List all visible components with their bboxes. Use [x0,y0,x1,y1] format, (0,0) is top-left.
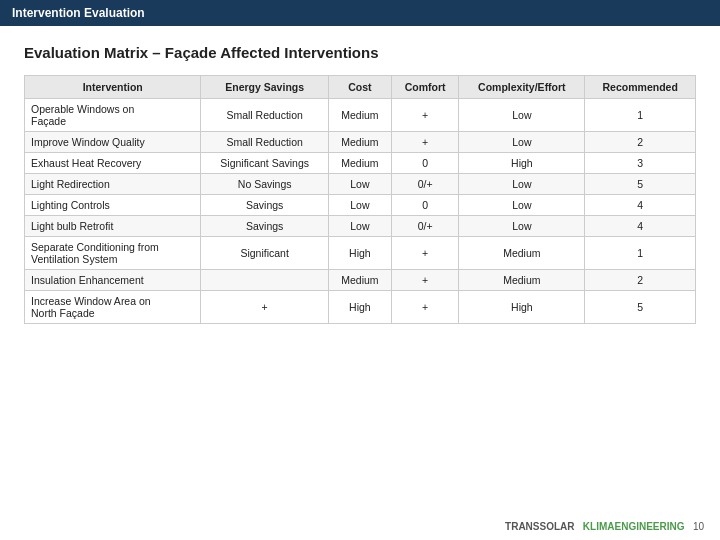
col-intervention: Intervention [25,76,201,99]
table-header-row: Intervention Energy Savings Cost Comfort… [25,76,696,99]
cell-recommended: 4 [585,216,696,237]
col-complexity: Complexity/Effort [459,76,585,99]
cell-recommended: 1 [585,237,696,270]
cell-energy_savings: Savings [201,195,328,216]
cell-comfort: 0 [391,153,458,174]
table-row: Insulation EnhancementMedium+Medium2 [25,270,696,291]
cell-energy_savings: + [201,291,328,324]
cell-complexity: Low [459,99,585,132]
table-row: Operable Windows onFaçadeSmall Reduction… [25,99,696,132]
col-recommended: Recommended [585,76,696,99]
header-title: Intervention Evaluation [12,6,145,20]
table-row: Separate Conditioning fromVentilation Sy… [25,237,696,270]
cell-complexity: Medium [459,237,585,270]
col-comfort: Comfort [391,76,458,99]
cell-comfort: 0 [391,195,458,216]
cell-cost: Low [328,216,391,237]
cell-recommended: 5 [585,291,696,324]
cell-intervention: Light bulb Retrofit [25,216,201,237]
page-header: Intervention Evaluation [0,0,720,26]
cell-complexity: Low [459,216,585,237]
cell-complexity: Medium [459,270,585,291]
evaluation-matrix-table: Intervention Energy Savings Cost Comfort… [24,75,696,324]
cell-comfort: + [391,132,458,153]
cell-complexity: High [459,291,585,324]
cell-comfort: + [391,99,458,132]
table-row: Light RedirectionNo SavingsLow0/+Low5 [25,174,696,195]
cell-recommended: 2 [585,132,696,153]
table-row: Lighting ControlsSavingsLow0Low4 [25,195,696,216]
cell-recommended: 3 [585,153,696,174]
cell-recommended: 2 [585,270,696,291]
col-cost: Cost [328,76,391,99]
cell-comfort: 0/+ [391,174,458,195]
cell-comfort: + [391,291,458,324]
cell-comfort: + [391,237,458,270]
cell-complexity: High [459,153,585,174]
cell-intervention: Increase Window Area onNorth Façade [25,291,201,324]
cell-energy_savings: Small Reduction [201,99,328,132]
cell-cost: High [328,291,391,324]
cell-cost: Low [328,174,391,195]
brand-klima: KLIMAENGINEERING [583,521,685,532]
cell-cost: Medium [328,132,391,153]
cell-cost: High [328,237,391,270]
table-row: Exhaust Heat RecoverySignificant Savings… [25,153,696,174]
cell-intervention: Insulation Enhancement [25,270,201,291]
brand-transsolar: TRANSSOLAR [505,521,574,532]
page-number: 10 [693,521,704,532]
cell-intervention: Exhaust Heat Recovery [25,153,201,174]
table-row: Light bulb RetrofitSavingsLow0/+Low4 [25,216,696,237]
cell-intervention: Improve Window Quality [25,132,201,153]
cell-complexity: Low [459,195,585,216]
cell-cost: Medium [328,99,391,132]
cell-complexity: Low [459,132,585,153]
cell-comfort: 0/+ [391,216,458,237]
col-energy-savings: Energy Savings [201,76,328,99]
cell-cost: Medium [328,270,391,291]
cell-comfort: + [391,270,458,291]
cell-energy_savings: No Savings [201,174,328,195]
table-row: Increase Window Area onNorth Façade+High… [25,291,696,324]
cell-recommended: 4 [585,195,696,216]
cell-cost: Medium [328,153,391,174]
cell-energy_savings: Significant Savings [201,153,328,174]
cell-intervention: Separate Conditioning fromVentilation Sy… [25,237,201,270]
cell-recommended: 5 [585,174,696,195]
cell-intervention: Lighting Controls [25,195,201,216]
table-row: Improve Window QualitySmall ReductionMed… [25,132,696,153]
cell-energy_savings [201,270,328,291]
cell-complexity: Low [459,174,585,195]
cell-cost: Low [328,195,391,216]
cell-intervention: Operable Windows onFaçade [25,99,201,132]
cell-energy_savings: Significant [201,237,328,270]
page-title: Evaluation Matrix – Façade Affected Inte… [24,44,696,61]
cell-energy_savings: Savings [201,216,328,237]
cell-recommended: 1 [585,99,696,132]
footer: TRANSSOLAR KLIMAENGINEERING 10 [505,521,704,532]
cell-energy_savings: Small Reduction [201,132,328,153]
cell-intervention: Light Redirection [25,174,201,195]
